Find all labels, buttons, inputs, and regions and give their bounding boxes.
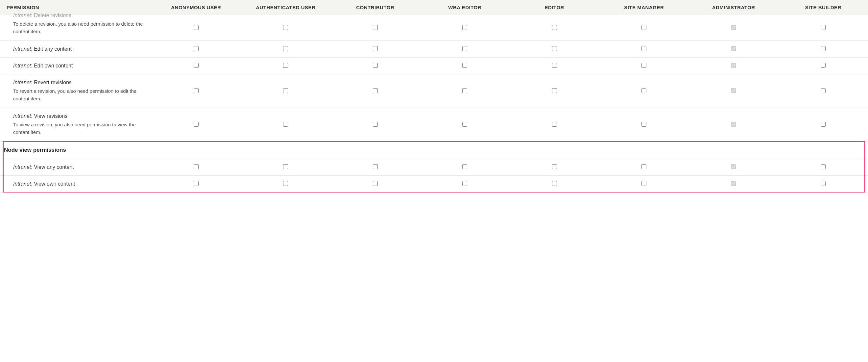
permission-checkbox[interactable] [820, 25, 826, 30]
permission-checkbox[interactable] [462, 25, 467, 30]
permission-checkbox[interactable] [194, 46, 198, 51]
checkbox-cell [331, 176, 420, 193]
permission-checkbox[interactable] [194, 122, 198, 127]
permission-checkbox[interactable] [642, 181, 646, 186]
permission-checkbox[interactable] [283, 46, 288, 51]
permission-name: Edit any content [34, 46, 72, 52]
checkbox-cell [420, 15, 510, 41]
permission-cell: Intranet: View own content [0, 176, 151, 193]
permission-checkbox[interactable] [552, 25, 557, 30]
permission-checkbox[interactable] [283, 181, 288, 186]
permission-checkbox[interactable] [820, 164, 826, 169]
checkbox-cell [599, 41, 689, 58]
permission-prefix: Intranet [13, 12, 31, 18]
checkbox-cell [599, 176, 689, 193]
permission-checkbox[interactable] [642, 164, 646, 169]
permission-checkbox[interactable] [820, 63, 826, 68]
permission-cell: Intranet: Edit own content [0, 58, 151, 74]
permission-checkbox [731, 164, 736, 169]
permission-name: Delete revisions [34, 12, 71, 18]
permission-checkbox[interactable] [373, 88, 378, 93]
checkbox-cell [241, 159, 331, 176]
permission-checkbox [731, 25, 736, 30]
permission-checkbox[interactable] [194, 63, 198, 68]
checkbox-cell [779, 108, 868, 141]
header-role-3: WBA EDITOR [420, 0, 510, 15]
checkbox-cell [331, 159, 420, 176]
permission-row: Intranet: Edit any content [0, 41, 868, 58]
permission-checkbox[interactable] [283, 164, 288, 169]
permission-checkbox[interactable] [194, 25, 198, 30]
checkbox-cell [509, 15, 599, 41]
permission-checkbox[interactable] [194, 88, 198, 93]
permission-checkbox[interactable] [373, 181, 378, 186]
permission-checkbox[interactable] [373, 63, 378, 68]
permission-prefix: Intranet [13, 164, 31, 170]
permission-checkbox [731, 181, 736, 186]
section-heading: Node view permissions [0, 141, 868, 159]
checkbox-cell [689, 108, 779, 141]
permission-checkbox[interactable] [462, 164, 467, 169]
permission-row: Intranet: Delete revisionsTo delete a re… [0, 15, 868, 41]
permission-checkbox[interactable] [373, 122, 378, 127]
permission-checkbox[interactable] [820, 46, 826, 51]
permission-checkbox[interactable] [552, 63, 557, 68]
checkbox-cell [689, 159, 779, 176]
permission-checkbox[interactable] [642, 122, 646, 127]
permission-row: Intranet: Revert revisionsTo revert a re… [0, 74, 868, 108]
permission-checkbox[interactable] [642, 63, 646, 68]
checkbox-cell [151, 176, 241, 193]
permission-checkbox[interactable] [552, 122, 557, 127]
permission-checkbox[interactable] [373, 164, 378, 169]
section-row: Node view permissions [0, 141, 868, 159]
permission-checkbox[interactable] [283, 63, 288, 68]
permission-checkbox[interactable] [462, 122, 467, 127]
checkbox-cell [689, 176, 779, 193]
checkbox-cell [509, 41, 599, 58]
permission-checkbox[interactable] [283, 88, 288, 93]
permission-name: View any content [34, 164, 74, 170]
header-role-7: SITE BUILDER [779, 0, 868, 15]
permission-title: Intranet: Revert revisions [13, 80, 145, 86]
permission-checkbox[interactable] [462, 181, 467, 186]
permission-checkbox[interactable] [194, 181, 198, 186]
permission-checkbox[interactable] [820, 122, 826, 127]
permission-checkbox[interactable] [373, 25, 378, 30]
permission-cell: Intranet: Edit any content [0, 41, 151, 58]
checkbox-cell [420, 176, 510, 193]
header-role-0: ANONYMOUS USER [151, 0, 241, 15]
checkbox-cell [779, 15, 868, 41]
checkbox-cell [509, 58, 599, 74]
permission-checkbox[interactable] [552, 88, 557, 93]
permission-description: To delete a revision, you also need perm… [13, 20, 145, 35]
permission-checkbox[interactable] [552, 46, 557, 51]
permission-checkbox[interactable] [283, 122, 288, 127]
checkbox-cell [151, 41, 241, 58]
permission-checkbox[interactable] [642, 25, 646, 30]
checkbox-cell [599, 15, 689, 41]
permission-checkbox[interactable] [642, 46, 646, 51]
permission-checkbox [731, 88, 736, 93]
checkbox-cell [331, 41, 420, 58]
permission-prefix: Intranet [13, 46, 31, 52]
permission-checkbox[interactable] [820, 88, 826, 93]
checkbox-cell [779, 159, 868, 176]
checkbox-cell [420, 159, 510, 176]
permission-row: Intranet: View revisionsTo view a revisi… [0, 108, 868, 141]
permission-checkbox[interactable] [373, 46, 378, 51]
permission-name: Revert revisions [34, 80, 72, 85]
permission-checkbox[interactable] [820, 181, 826, 186]
permission-checkbox[interactable] [462, 46, 467, 51]
checkbox-cell [151, 58, 241, 74]
checkbox-cell [151, 159, 241, 176]
permission-checkbox[interactable] [552, 164, 557, 169]
permission-checkbox[interactable] [462, 63, 467, 68]
checkbox-cell [779, 74, 868, 108]
permission-checkbox[interactable] [462, 88, 467, 93]
permission-checkbox[interactable] [552, 181, 557, 186]
permission-checkbox[interactable] [642, 88, 646, 93]
checkbox-cell [689, 15, 779, 41]
permission-checkbox[interactable] [194, 164, 198, 169]
permission-checkbox[interactable] [283, 25, 288, 30]
header-role-6: ADMINISTRATOR [689, 0, 779, 15]
